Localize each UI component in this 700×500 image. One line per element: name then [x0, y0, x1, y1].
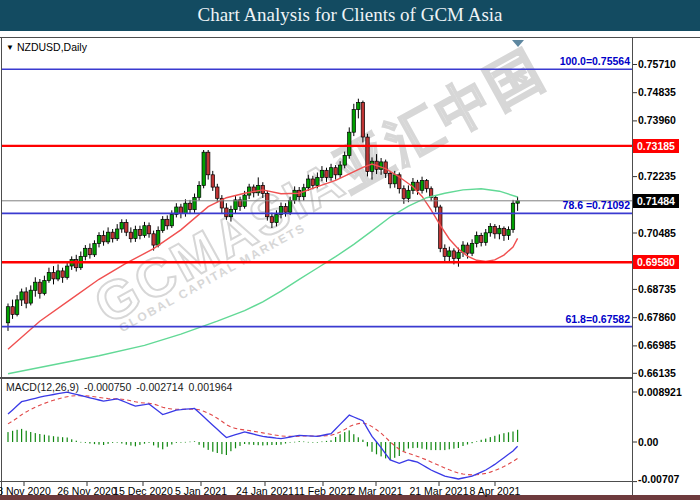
candles-layer [6, 99, 519, 331]
price-axis-tick: 0.66135 [638, 367, 676, 379]
price-axis-tick: 0.73960 [638, 114, 676, 126]
macd-value-hist: 0.001964 [189, 381, 233, 393]
macd-signal-line [8, 396, 518, 475]
price-axis-tick: 0.66985 [638, 339, 676, 351]
fib-level-label-61.8[interactable]: 61.8=0.67582 [565, 313, 630, 325]
chevron-down-icon: ▼ [6, 43, 14, 52]
fib-level-label-100.0[interactable]: 100.0=0.75564 [560, 55, 630, 67]
down-arrow-marker-icon[interactable] [512, 40, 524, 47]
macd-axis-tick: 0.008921 [638, 386, 682, 398]
macd-value-signal: -0.002714 [136, 381, 183, 393]
price-axis-tick: 0.67860 [638, 311, 676, 323]
price-axis-tick: 0.68735 [638, 283, 676, 295]
price-level-badge: 0.73185 [633, 139, 679, 153]
macd-indicator-label: MACD(12,26,9)-0.000750-0.0027140.001964 [6, 381, 237, 393]
price-axis-tick: 0.74835 [638, 86, 676, 98]
price-axis-tick: 0.72235 [638, 170, 676, 182]
chart-left-border [1, 37, 2, 496]
price-axis-tick: 0.75710 [638, 58, 676, 70]
chart-canvas [0, 0, 700, 500]
macd-bottom-border [0, 481, 632, 482]
fib-level-label-78.6[interactable]: 78.6 =0.71092 [563, 199, 630, 211]
chart-top-border [0, 37, 700, 38]
macd-name: MACD(12,26,9) [6, 381, 79, 393]
axis-ticks [24, 65, 637, 487]
price-axis-tick: 0.70485 [638, 227, 676, 239]
macd-axis-tick: -0.00707 [638, 473, 679, 485]
panel-separator[interactable] [0, 377, 632, 379]
time-axis-label[interactable]: 8 Apr 2021 [450, 485, 540, 497]
price-level-badge: 0.69580 [633, 255, 679, 269]
macd-histogram [7, 429, 518, 460]
macd-value-main: -0.000750 [84, 381, 131, 393]
chart-window: Chart Analysis for Clients of GCM Asia G… [0, 0, 700, 500]
symbol-timeframe-label[interactable]: ▼NZDUSD,Daily [6, 41, 87, 53]
macd-main-line [8, 392, 518, 479]
macd-axis-tick: 0.00 [638, 436, 658, 448]
price-level-badge: 0.71484 [633, 194, 679, 208]
symbol-label-text: NZDUSD,Daily [17, 41, 87, 53]
